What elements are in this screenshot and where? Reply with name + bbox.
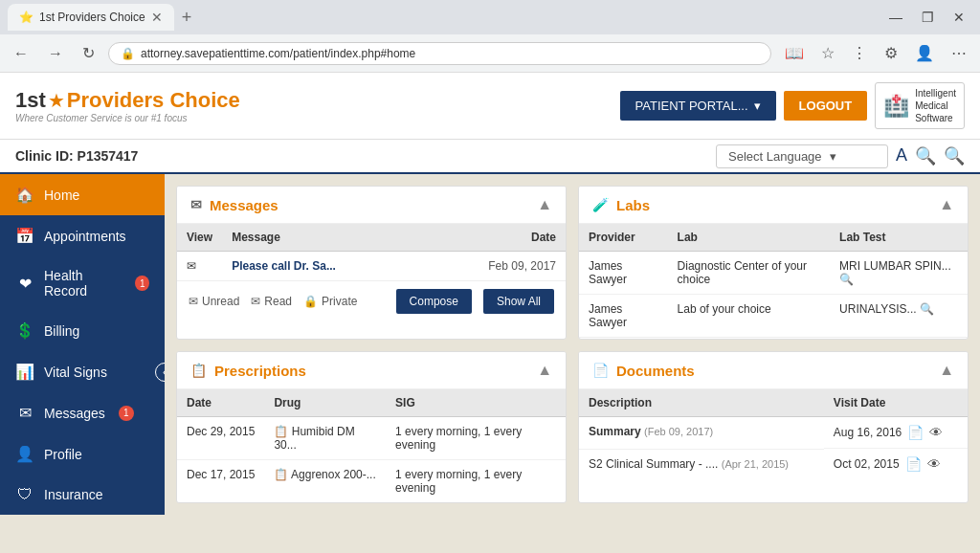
refresh-button[interactable]: ↻ — [77, 40, 100, 66]
app-header: 1st ★ Providers Choice Where Customer Se… — [0, 73, 980, 140]
sidebar-item-profile[interactable]: 👤 Profile — [0, 433, 165, 475]
maximize-button[interactable]: ❐ — [914, 8, 942, 27]
labs-table: Provider Lab Lab Test James Sawyer Diagn… — [579, 224, 968, 337]
document-download-icon[interactable]: 📄 — [907, 425, 924, 440]
document-view-icon[interactable]: 👁 — [927, 456, 941, 472]
menu-button[interactable]: ⋮ — [846, 40, 873, 66]
sidebar-item-label: Home — [44, 188, 79, 203]
main-layout: 🏠 Home 📅 Appointments ❤ Health Record 1 … — [0, 174, 980, 515]
documents-table: Description Visit Date Summary (Feb 09, … — [579, 389, 968, 479]
sidebar-item-messages[interactable]: ✉ Messages 1 — [0, 392, 165, 433]
tab-close-button[interactable]: ✕ — [151, 10, 163, 25]
browser-actions: 📖 ☆ ⋮ ⚙ 👤 ⋯ — [779, 40, 972, 66]
logo-pc: Providers Choice — [67, 88, 240, 113]
sidebar-item-vital-signs[interactable]: 📊 Vital Signs ‹ — [0, 351, 165, 392]
shield-icon: 🛡 — [15, 486, 34, 503]
extensions-button[interactable]: ⋯ — [946, 40, 972, 66]
address-bar[interactable]: 🔒 attorney.savepatienttime.com/patient/i… — [108, 42, 771, 65]
messages-card-title: ✉ Messages — [190, 197, 278, 213]
health-record-badge: 1 — [135, 276, 149, 291]
chevron-down-icon: ▾ — [830, 149, 836, 164]
minimize-button[interactable]: — — [881, 8, 910, 27]
private-link[interactable]: 🔒 Private — [303, 295, 357, 308]
sidebar-item-health-record[interactable]: ❤ Health Record 1 — [0, 256, 165, 310]
compose-button[interactable]: Compose — [396, 289, 472, 314]
sidebar-item-home[interactable]: 🏠 Home — [0, 174, 165, 215]
doc-description-1: Summary (Feb 09, 2017) — [579, 417, 824, 450]
labs-card-title: 🧪 Labs — [592, 197, 650, 213]
sidebar-item-label: Health Record — [44, 268, 122, 299]
back-button[interactable]: ← — [8, 41, 34, 66]
font-size-icon[interactable]: A — [896, 145, 907, 166]
rx-icon: 📋 — [274, 468, 288, 481]
message-view-icon: ✉ — [177, 252, 222, 281]
message-link[interactable]: Please call Dr. Sa... — [232, 259, 336, 273]
rx-col-date: Date — [177, 389, 264, 417]
message-date: Feb 09, 2017 — [424, 252, 566, 281]
doc-description-2: S2 Clinical Summary - .... (Apr 21, 2015… — [579, 449, 824, 479]
prescriptions-collapse-button[interactable]: ▲ — [537, 362, 552, 379]
patient-portal-button[interactable]: PATIENT PORTAL... ▾ — [620, 91, 776, 121]
search-icon[interactable]: 🔍 — [839, 273, 854, 286]
messages-collapse-button[interactable]: ▲ — [537, 196, 552, 213]
document-icon: 📄 — [592, 363, 609, 378]
rx-drug-1: 📋 Humibid DM 30... — [264, 417, 386, 460]
read-link[interactable]: ✉ Read — [251, 295, 292, 308]
search-icon-2[interactable]: 🔍 — [944, 145, 965, 166]
chevron-down-icon: ▾ — [754, 99, 761, 113]
logout-button[interactable]: LOGOUT — [784, 91, 868, 121]
sidebar-item-billing[interactable]: 💲 Billing — [0, 310, 165, 351]
sidebar-item-label: Vital Signs — [44, 365, 107, 380]
heart-icon: ❤ — [15, 275, 34, 293]
documents-card-body: Description Visit Date Summary (Feb 09, … — [579, 389, 968, 479]
labs-collapse-button[interactable]: ▲ — [939, 196, 954, 213]
doc-actions: 📄 👁 — [905, 456, 941, 472]
sidebar-collapse-button[interactable]: ‹ — [155, 363, 165, 382]
header-buttons: PATIENT PORTAL... ▾ LOGOUT 🏥 Intelligent… — [620, 82, 965, 129]
sidebar-item-label: Appointments — [44, 229, 126, 244]
document-view-icon[interactable]: 👁 — [929, 425, 943, 440]
content-area: ✉ Messages ▲ View Message Date — [165, 174, 980, 515]
star-button[interactable]: ☆ — [815, 40, 840, 66]
search-icon-1[interactable]: 🔍 — [915, 145, 936, 166]
unread-link[interactable]: ✉ Unread — [189, 295, 239, 308]
forward-button[interactable]: → — [42, 41, 69, 66]
search-icon[interactable]: 🔍 — [920, 302, 934, 316]
sidebar-item-label: Profile — [44, 447, 82, 462]
clinic-bar: Clinic ID: P1357417 Select Language ▾ A … — [0, 140, 980, 174]
rx-sig-2: 1 every morning, 1 every evening — [386, 460, 566, 503]
messages-badge: 1 — [119, 406, 134, 421]
settings-button[interactable]: ⚙ — [879, 40, 903, 66]
language-select[interactable]: Select Language ▾ — [716, 144, 888, 168]
sidebar-item-label: Billing — [44, 323, 79, 339]
sidebar: 🏠 Home 📅 Appointments ❤ Health Record 1 … — [0, 174, 165, 515]
rx-drug-2: 📋 Aggrenox 200-... — [264, 460, 386, 503]
prescriptions-table: Date Drug SIG Dec 29, 2015 📋 Humibid DM … — [177, 389, 566, 502]
lab-test-2: URINALYSIS... 🔍 — [830, 295, 968, 338]
table-row: ✉ Please call Dr. Sa... Feb 09, 2017 — [177, 252, 566, 281]
sidebar-item-appointments[interactable]: 📅 Appointments — [0, 215, 165, 256]
labs-card-body: Provider Lab Lab Test James Sawyer Diagn… — [579, 224, 968, 337]
sidebar-item-label: Insurance — [44, 487, 102, 502]
doc-actions: 📄 👁 — [907, 425, 943, 440]
sidebar-item-insurance[interactable]: 🛡 Insurance — [0, 475, 165, 515]
close-button[interactable]: ✕ — [946, 8, 972, 27]
table-row: James Sawyer Lab of your choice URINALYS… — [579, 295, 968, 338]
doc-visit-date-1: Aug 16, 2016 📄 👁 — [824, 417, 968, 449]
rx-col-drug: Drug — [264, 389, 386, 417]
ims-logo-graphic: 🏥 — [883, 94, 909, 119]
prescriptions-card-title: 📋 Prescriptions — [190, 363, 306, 379]
messages-show-all-button[interactable]: Show All — [483, 289, 554, 314]
url-text: attorney.savepatienttime.com/patient/ind… — [141, 47, 759, 60]
documents-collapse-button[interactable]: ▲ — [939, 362, 954, 379]
bookmark-button[interactable]: 📖 — [779, 40, 810, 66]
home-icon: 🏠 — [15, 186, 34, 204]
active-tab[interactable]: ⭐ 1st Providers Choice ✕ — [8, 4, 174, 31]
new-tab-button[interactable]: + — [174, 8, 200, 28]
messages-col-date: Date — [424, 224, 566, 252]
document-download-icon[interactable]: 📄 — [905, 456, 922, 472]
browser-controls: ← → ↻ 🔒 attorney.savepatienttime.com/pat… — [0, 34, 980, 73]
documents-card-title: 📄 Documents — [592, 363, 695, 379]
profile-button[interactable]: 👤 — [909, 40, 940, 66]
envelope-icon: ✉ — [189, 295, 198, 308]
